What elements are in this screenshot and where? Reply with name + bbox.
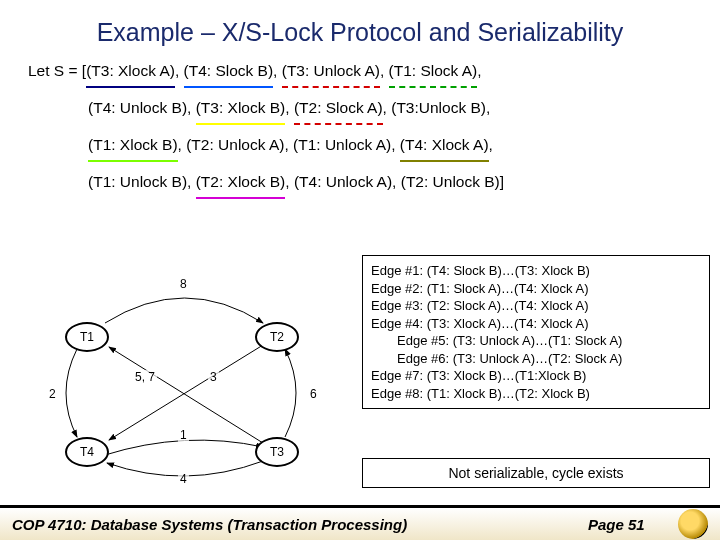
op-t2-xlock-b: (T2: Xlock B) bbox=[196, 166, 286, 199]
sep: , bbox=[392, 173, 401, 190]
line-end: , bbox=[489, 136, 493, 153]
ucf-logo-icon bbox=[678, 509, 708, 539]
footer-page: Page 51 bbox=[588, 516, 678, 533]
line-end: ] bbox=[500, 173, 504, 190]
edge-desc-2: Edge #2: (T1: Slock A)…(T4: Xlock A) bbox=[371, 280, 701, 298]
footer: COP 4710: Database Systems (Transaction … bbox=[0, 505, 720, 540]
sep: , bbox=[175, 62, 184, 79]
op-t3-xlock-a: (T3: Xlock A) bbox=[86, 55, 175, 88]
edge-label-4: 4 bbox=[178, 472, 189, 486]
edge-label-6: 6 bbox=[308, 387, 319, 401]
edge-label-3: 3 bbox=[208, 370, 219, 384]
graph-node-t1: T1 bbox=[65, 322, 109, 352]
graph-node-t2: T2 bbox=[255, 322, 299, 352]
sep: , bbox=[187, 99, 196, 116]
op-t1-slock-a: (T1: Slock A) bbox=[389, 55, 478, 88]
schedule-line-1: Let S = [(T3: Xlock A), (T4: Slock B), (… bbox=[28, 55, 692, 88]
line-end: , bbox=[486, 99, 490, 116]
op-t3-unlock-b: (T3:Unlock B) bbox=[391, 99, 486, 116]
sep: , bbox=[178, 136, 187, 153]
page-title: Example – X/S-Lock Protocol and Serializ… bbox=[0, 0, 720, 55]
edge-label-57: 5, 7 bbox=[133, 370, 157, 384]
edge-desc-7: Edge #7: (T3: Xlock B)…(T1:Xlock B) bbox=[371, 367, 701, 385]
op-t1-unlock-a: (T1: Unlock A) bbox=[293, 136, 391, 153]
edge-desc-6: Edge #6: (T3: Unlock A)…(T2: Slock A) bbox=[371, 350, 701, 368]
edge-desc-4: Edge #4: (T3: Xlock A)…(T4: Xlock A) bbox=[371, 315, 701, 333]
op-t4-slock-b: (T4: Slock B) bbox=[184, 55, 274, 88]
edge-desc-3: Edge #3: (T2: Slock A)…(T4: Xlock A) bbox=[371, 297, 701, 315]
op-t3-unlock-a: (T3: Unlock A) bbox=[282, 55, 380, 88]
edge-label-2: 2 bbox=[47, 387, 58, 401]
schedule-block: Let S = [(T3: Xlock A), (T4: Slock B), (… bbox=[0, 55, 720, 199]
schedule-line-4: (T1: Unlock B), (T2: Xlock B), (T4: Unlo… bbox=[28, 166, 692, 199]
verdict-box: Not serializable, cycle exists bbox=[362, 458, 710, 488]
edge-desc-5: Edge #5: (T3: Unlock A)…(T1: Slock A) bbox=[371, 332, 701, 350]
edge-label-1: 1 bbox=[178, 428, 189, 442]
edge-desc-1: Edge #1: (T4: Slock B)…(T3: Xlock B) bbox=[371, 262, 701, 280]
edge-label-8: 8 bbox=[178, 277, 189, 291]
precedence-graph: T1 T2 T4 T3 8 5, 7 3 2 6 1 4 bbox=[25, 265, 345, 485]
edge-desc-8: Edge #8: (T1: Xlock B)…(T2: Xlock B) bbox=[371, 385, 701, 403]
schedule-line-3: (T1: Xlock B), (T2: Unlock A), (T1: Unlo… bbox=[28, 129, 692, 162]
op-t1-xlock-b: (T1: Xlock B) bbox=[88, 129, 178, 162]
sep: , bbox=[285, 99, 294, 116]
graph-node-t3: T3 bbox=[255, 437, 299, 467]
edge-explanation-box: Edge #1: (T4: Slock B)…(T3: Xlock B) Edg… bbox=[362, 255, 710, 409]
sep: , bbox=[273, 62, 282, 79]
op-t2-unlock-b: (T2: Unlock B) bbox=[401, 173, 500, 190]
sep: , bbox=[391, 136, 400, 153]
graph-node-t4: T4 bbox=[65, 437, 109, 467]
op-t4-unlock-b: (T4: Unlock B) bbox=[88, 99, 187, 116]
op-t1-unlock-b: (T1: Unlock B) bbox=[88, 173, 187, 190]
sep: , bbox=[285, 173, 294, 190]
line-end: , bbox=[477, 62, 481, 79]
op-t2-unlock-a: (T2: Unlock A) bbox=[186, 136, 284, 153]
sep: , bbox=[187, 173, 196, 190]
op-t3-xlock-b: (T3: Xlock B) bbox=[196, 92, 286, 125]
op-t4-xlock-a: (T4: Xlock A) bbox=[400, 129, 489, 162]
schedule-line-2: (T4: Unlock B), (T3: Xlock B), (T2: Sloc… bbox=[28, 92, 692, 125]
sep: , bbox=[284, 136, 293, 153]
sep: , bbox=[380, 62, 389, 79]
op-t4-unlock-a: (T4: Unlock A) bbox=[294, 173, 392, 190]
op-t2-slock-a: (T2: Slock A) bbox=[294, 92, 383, 125]
sep: , bbox=[383, 99, 392, 116]
footer-course: COP 4710: Database Systems (Transaction … bbox=[12, 516, 588, 533]
schedule-prefix: Let S = [ bbox=[28, 62, 86, 79]
